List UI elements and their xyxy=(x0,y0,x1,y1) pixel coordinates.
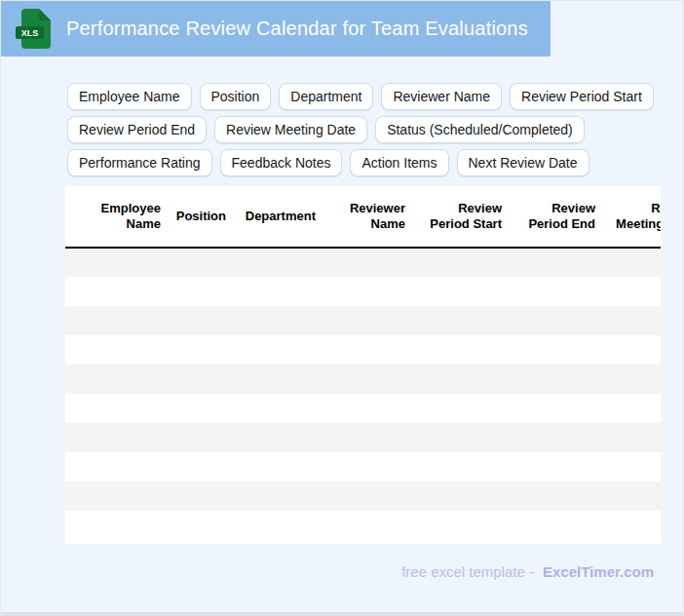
table-container: Employee Name Position Department Review… xyxy=(65,186,661,544)
table-cell xyxy=(413,481,510,511)
table-cell xyxy=(323,277,413,306)
table-cell xyxy=(65,248,169,277)
table-cell xyxy=(65,481,169,511)
table-row xyxy=(65,394,661,423)
table-cell xyxy=(65,423,169,452)
table-cell xyxy=(169,248,234,277)
table-cell xyxy=(323,423,413,452)
table-cell xyxy=(603,365,661,394)
table-cell xyxy=(234,365,323,394)
table-cell xyxy=(603,248,661,277)
table-cell xyxy=(65,452,169,481)
table-cell xyxy=(169,511,234,540)
table-cell xyxy=(413,452,510,481)
chip-action-items[interactable]: Action Items xyxy=(350,149,448,176)
table-cell xyxy=(603,277,661,306)
table-row xyxy=(65,277,661,306)
table-cell xyxy=(323,248,413,277)
xls-file-icon: XLS xyxy=(15,8,52,50)
table-cell xyxy=(413,306,510,335)
table-cell xyxy=(234,511,323,540)
table-cell xyxy=(603,452,661,481)
table-header: Employee Name Position Department Review… xyxy=(65,186,661,248)
table-cell xyxy=(603,394,661,423)
table-cell xyxy=(510,306,603,335)
footer-text: free excel template - xyxy=(401,563,534,580)
table-cell xyxy=(234,423,323,452)
table-body xyxy=(65,248,661,540)
table-cell xyxy=(65,365,169,394)
table-cell xyxy=(413,511,510,540)
table-cell xyxy=(323,511,413,540)
table-row xyxy=(65,306,661,335)
table-cell xyxy=(169,335,234,365)
table-cell xyxy=(169,394,234,423)
table-cell xyxy=(510,511,603,540)
page: XLS Performance Review Calendar for Team… xyxy=(0,0,684,616)
table-cell xyxy=(169,365,234,394)
table-cell xyxy=(323,335,413,365)
table-cell xyxy=(323,394,413,423)
chip-next-review-date[interactable]: Next Review Date xyxy=(457,149,589,176)
footer-credit: free excel template -ExcelTimer.com xyxy=(401,563,654,581)
table-cell xyxy=(323,306,413,335)
table-row xyxy=(65,423,661,452)
chip-position[interactable]: Position xyxy=(200,83,272,110)
table-row xyxy=(65,452,661,481)
table-cell xyxy=(234,335,323,365)
chip-department[interactable]: Department xyxy=(279,83,373,110)
table-cell xyxy=(65,394,169,423)
chip-review-meeting-date[interactable]: Review Meeting Date xyxy=(214,116,367,143)
table-cell xyxy=(413,335,510,365)
page-title: Performance Review Calendar for Team Eva… xyxy=(66,18,528,40)
xls-icon-label: XLS xyxy=(21,28,39,38)
column-chip-list: Employee Name Position Department Review… xyxy=(67,83,664,176)
col-header-review-period-end: Review Period End xyxy=(510,186,603,248)
chip-status[interactable]: Status (Scheduled/Completed) xyxy=(375,116,585,143)
table-cell xyxy=(234,452,323,481)
table-cell xyxy=(169,481,234,511)
table-cell xyxy=(323,481,413,511)
table-cell xyxy=(603,423,661,452)
table-cell xyxy=(603,306,661,335)
file-fold-shape xyxy=(39,9,51,20)
table-cell xyxy=(65,511,169,540)
table-cell xyxy=(234,306,323,335)
table-cell xyxy=(603,335,661,365)
table-cell xyxy=(510,452,603,481)
header-bar: XLS Performance Review Calendar for Team… xyxy=(1,1,551,57)
table-cell xyxy=(65,277,169,306)
table-cell xyxy=(234,481,323,511)
table-cell xyxy=(510,423,603,452)
table-cell xyxy=(169,306,234,335)
chip-review-period-start[interactable]: Review Period Start xyxy=(510,83,654,110)
table-cell xyxy=(169,423,234,452)
table-cell xyxy=(510,277,603,306)
table-cell xyxy=(413,248,510,277)
table-row xyxy=(65,335,661,365)
chip-review-period-end[interactable]: Review Period End xyxy=(67,116,207,143)
col-header-department: Department xyxy=(234,186,323,248)
chip-performance-rating[interactable]: Performance Rating xyxy=(67,149,212,176)
table-cell xyxy=(234,394,323,423)
col-header-employee-name: Employee Name xyxy=(65,186,169,248)
table-cell xyxy=(510,481,603,511)
table-cell xyxy=(413,423,510,452)
table-row xyxy=(65,248,661,277)
col-header-position: Position xyxy=(169,186,234,248)
table-cell xyxy=(65,335,169,365)
footer-brand-link[interactable]: ExcelTimer.com xyxy=(543,563,654,580)
table-cell xyxy=(603,481,661,511)
chip-reviewer-name[interactable]: Reviewer Name xyxy=(381,83,502,110)
chip-employee-name[interactable]: Employee Name xyxy=(67,83,192,110)
table-cell xyxy=(413,394,510,423)
table-cell xyxy=(169,277,234,306)
chip-feedback-notes[interactable]: Feedback Notes xyxy=(220,149,343,176)
table-cell xyxy=(603,511,661,540)
table-row xyxy=(65,511,661,540)
col-header-review-period-start: Review Period Start xyxy=(413,186,510,248)
table-cell xyxy=(234,277,323,306)
table-cell xyxy=(413,277,510,306)
table-cell xyxy=(510,335,603,365)
table-cell xyxy=(510,248,603,277)
